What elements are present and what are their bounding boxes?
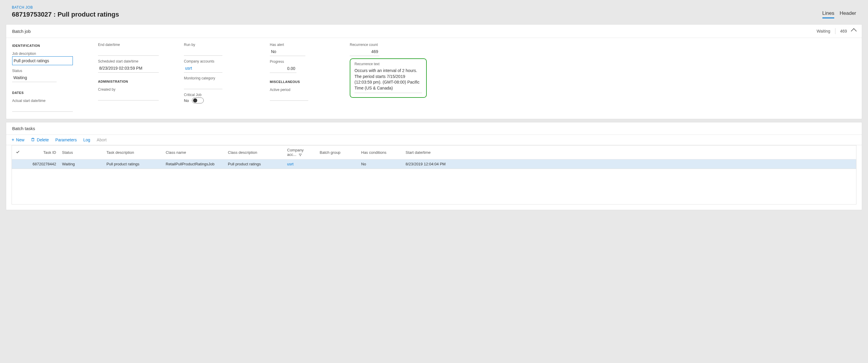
section-administration: ADMINISTRATION (98, 80, 172, 83)
label-company-accounts: Company accounts (184, 59, 258, 63)
col-class-description[interactable]: Class description (225, 146, 284, 159)
filter-icon[interactable] (299, 152, 302, 157)
critical-job-toggle[interactable] (192, 97, 204, 103)
chevron-up-icon[interactable] (851, 28, 857, 34)
cell-status: Waiting (59, 159, 104, 169)
col-status[interactable]: Status (59, 146, 104, 159)
label-actual-start: Actual start date/time (12, 99, 86, 103)
label-scheduled-start: Scheduled start date/time (98, 59, 172, 63)
col-company-acc[interactable]: Company acc... (284, 146, 317, 159)
plus-icon: + (11, 137, 14, 143)
breadcrumb[interactable]: BATCH JOB (12, 5, 119, 9)
label-end-date: End date/time (98, 43, 172, 47)
batch-tasks-card-header[interactable]: Batch tasks (6, 122, 862, 135)
recurrence-highlight: Recurrence text Occurs with an interval … (350, 58, 427, 98)
recurrence-text-value: Occurs with an interval of 2 hours. The … (354, 68, 422, 93)
batch-job-card-header[interactable]: Batch job Waiting 469 (6, 25, 862, 38)
label-progress: Progress (270, 60, 338, 64)
active-period-value[interactable] (270, 92, 308, 101)
new-button-label: New (16, 138, 24, 142)
batch-job-card-title: Batch job (12, 29, 31, 34)
new-button[interactable]: + New (11, 137, 24, 143)
batch-job-card: Batch job Waiting 469 IDENTIFICATION Job… (6, 24, 862, 119)
col-task-description[interactable]: Task description (104, 146, 163, 159)
abort-button: Abort (97, 138, 106, 142)
cell-batch-group (317, 159, 358, 169)
label-job-description: Job description (12, 52, 86, 56)
label-run-by: Run by (184, 43, 258, 47)
table-row[interactable]: 68720278442 Waiting Pull product ratings… (12, 159, 857, 169)
tasks-toolbar: + New Delete Parameters Log Abort (6, 135, 862, 145)
progress-value[interactable]: 0.00 (270, 64, 297, 73)
delete-button[interactable]: Delete (31, 138, 49, 143)
label-recurrence-count: Recurrence count (350, 43, 427, 47)
run-by-value[interactable] (184, 48, 222, 56)
section-dates: DATES (12, 91, 86, 94)
actual-start-value[interactable] (12, 103, 73, 112)
tab-header[interactable]: Header (840, 10, 856, 19)
col-class-name[interactable]: Class name (163, 146, 225, 159)
divider (835, 28, 835, 34)
label-critical-job: Critical Job (184, 93, 258, 97)
cell-class-description: Pull product ratings (225, 159, 284, 169)
grid-header-row: Task ID Status Task description Class na… (12, 146, 857, 159)
cell-company-acc[interactable]: usrt (284, 159, 317, 169)
page-title: 68719753027 : Pull product ratings (12, 11, 119, 19)
trash-icon (31, 138, 35, 143)
label-monitoring-category: Monitoring category (184, 76, 258, 80)
batch-tasks-card-title: Batch tasks (12, 126, 35, 131)
status-badge: Waiting (816, 29, 830, 33)
view-tabs: Lines Header (823, 10, 856, 19)
page-header: BATCH JOB 68719753027 : Pull product rat… (6, 0, 862, 21)
tab-lines[interactable]: Lines (823, 10, 835, 19)
count-badge: 469 (840, 29, 847, 33)
parameters-button[interactable]: Parameters (55, 138, 77, 142)
col-has-conditions[interactable]: Has conditions (358, 146, 403, 159)
has-alert-value[interactable]: No (270, 48, 305, 56)
job-description-input[interactable] (12, 56, 73, 65)
section-identification: IDENTIFICATION (12, 44, 86, 48)
company-accounts-value[interactable]: usrt (184, 64, 222, 72)
section-miscellaneous: MISCELLANEOUS (270, 80, 338, 84)
critical-job-value: No (184, 98, 189, 103)
created-by-value[interactable] (98, 92, 159, 100)
log-button[interactable]: Log (83, 138, 90, 142)
cell-task-description: Pull product ratings (104, 159, 163, 169)
scheduled-start-value[interactable]: 8/23/2019 02:03:59 PM (98, 64, 159, 72)
label-has-alert: Has alert (270, 43, 338, 47)
tasks-grid: Task ID Status Task description Class na… (11, 145, 857, 169)
label-created-by: Created by (98, 87, 172, 92)
label-status: Status (12, 69, 86, 73)
col-start-date[interactable]: Start date/time (403, 146, 857, 159)
grid-empty-area (11, 169, 857, 205)
col-task-id[interactable]: Task ID (24, 146, 59, 159)
col-select[interactable] (12, 146, 24, 159)
recurrence-count-value[interactable]: 469 (350, 48, 379, 56)
cell-task-id: 68720278442 (24, 159, 59, 169)
checkmark-icon (16, 151, 20, 155)
label-active-period: Active period (270, 88, 338, 92)
monitoring-category-value[interactable] (184, 81, 222, 89)
batch-tasks-card: Batch tasks + New Delete Parameters Log … (6, 122, 862, 210)
delete-button-label: Delete (37, 138, 49, 142)
cell-start-date: 8/23/2019 12:04:04 PM (403, 159, 857, 169)
status-value[interactable]: Waiting (12, 73, 57, 82)
end-date-value[interactable] (98, 48, 159, 56)
cell-class-name: RetailPullProductRatingsJob (163, 159, 225, 169)
cell-has-conditions: No (358, 159, 403, 169)
col-batch-group[interactable]: Batch group (317, 146, 358, 159)
label-recurrence-text: Recurrence text (354, 62, 422, 66)
